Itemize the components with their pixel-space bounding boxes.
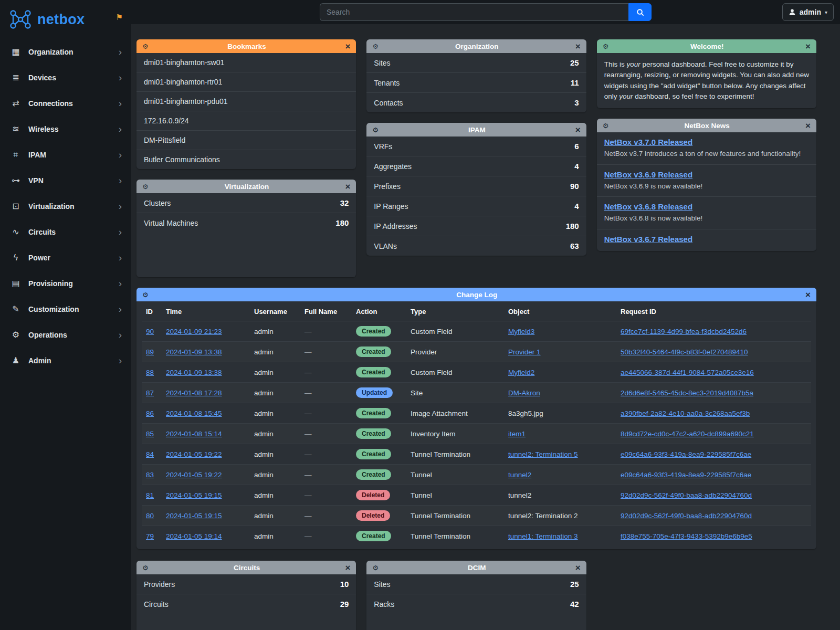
stat-row-vlans[interactable]: VLANs 63 — [366, 236, 586, 256]
changelog-request-id-link[interactable]: a390fbef-2a82-4e10-aa0a-3c268aa5ef3b — [621, 410, 750, 417]
changelog-time-link[interactable]: 2024-01-09 21:23 — [166, 328, 222, 335]
changelog-id-link[interactable]: 90 — [146, 328, 154, 335]
changelog-id-link[interactable]: 86 — [146, 410, 154, 417]
changelog-time-link[interactable]: 2024-01-08 15:14 — [166, 430, 222, 438]
pin-sidebar-icon[interactable]: ⚑ — [116, 13, 123, 22]
news-headline-link[interactable]: NetBox v3.7.0 Released — [604, 138, 692, 146]
widget-close-button[interactable]: × — [803, 290, 813, 299]
sidebar-item-customization[interactable]: ✎ Customization › — [0, 296, 131, 322]
sidebar-item-circuits[interactable]: ∿ Circuits › — [0, 219, 131, 245]
stat-row-virtual-machines[interactable]: Virtual Machines 180 — [136, 213, 356, 233]
changelog-time-link[interactable]: 2024-01-08 17:28 — [166, 389, 222, 397]
changelog-object-link[interactable]: Provider 1 — [508, 348, 541, 356]
changelog-request-id-link[interactable]: 8d9cd72e-cd0c-47c2-a620-dc899a690c21 — [621, 430, 754, 438]
sidebar-item-devices[interactable]: ≣ Devices › — [0, 65, 131, 90]
changelog-id-link[interactable]: 89 — [146, 348, 154, 356]
changelog-request-id-link[interactable]: 92d02d9c-562f-49f0-baa8-adb22904760d — [621, 491, 752, 499]
stat-row-vrfs[interactable]: VRFs 6 — [366, 136, 586, 156]
changelog-request-id-link[interactable]: 50b32f40-5464-4f9c-b83f-0ef270489410 — [621, 348, 748, 356]
widget-close-button[interactable]: × — [343, 42, 352, 51]
widget-close-button[interactable]: × — [803, 121, 813, 130]
changelog-time-link[interactable]: 2024-01-09 13:38 — [166, 348, 222, 356]
changelog-request-id-link[interactable]: e09c64a6-93f3-419a-8ea9-229585f7c6ae — [621, 450, 751, 458]
changelog-request-id-link[interactable]: f038e755-705e-47f3-9433-5392b9e6b9e5 — [621, 532, 752, 540]
stat-row-tenants[interactable]: Tenants 11 — [366, 73, 586, 93]
changelog-object-link[interactable]: tunnel2 — [508, 471, 531, 479]
widget-close-button[interactable]: × — [343, 182, 352, 191]
bookmark-item[interactable]: dmi01-binghamton-sw01 — [136, 53, 356, 72]
stat-row-aggregates[interactable]: Aggregates 4 — [366, 156, 586, 176]
changelog-id-link[interactable]: 81 — [146, 491, 154, 499]
stat-row-sites[interactable]: Sites 25 — [366, 574, 586, 594]
stat-row-contacts[interactable]: Contacts 3 — [366, 93, 586, 112]
widget-config-button[interactable]: ⚙ — [370, 564, 381, 571]
widget-close-button[interactable]: × — [803, 42, 813, 51]
sidebar-item-provisioning[interactable]: ▤ Provisioning › — [0, 270, 131, 296]
stat-row-ip-addresses[interactable]: IP Addresses 180 — [366, 216, 586, 236]
widget-config-button[interactable]: ⚙ — [140, 183, 151, 190]
changelog-time-link[interactable]: 2024-01-05 19:22 — [166, 450, 222, 458]
changelog-object-link[interactable]: tunnel2: Termination 5 — [508, 450, 578, 458]
stat-row-circuits[interactable]: Circuits 29 — [136, 594, 356, 614]
news-headline-link[interactable]: NetBox v3.6.7 Released — [604, 235, 692, 244]
changelog-id-link[interactable]: 88 — [146, 369, 154, 376]
changelog-time-link[interactable]: 2024-01-05 19:22 — [166, 471, 222, 479]
widget-config-button[interactable]: ⚙ — [370, 43, 381, 50]
changelog-object-link[interactable]: Myfield3 — [508, 328, 534, 335]
sidebar-item-organization[interactable]: ▦ Organization › — [0, 39, 131, 65]
changelog-time-link[interactable]: 2024-01-09 13:38 — [166, 369, 222, 376]
news-headline-link[interactable]: NetBox v3.6.8 Released — [604, 202, 692, 211]
changelog-request-id-link[interactable]: ae445066-387d-44f1-9084-572a05ce3e16 — [621, 369, 754, 376]
widget-config-button[interactable]: ⚙ — [370, 127, 381, 133]
changelog-id-link[interactable]: 80 — [146, 512, 154, 520]
search-input[interactable] — [320, 3, 628, 21]
sidebar-item-connections[interactable]: ⇄ Connections › — [0, 90, 131, 116]
sidebar-item-ipam[interactable]: ⌗ IPAM › — [0, 142, 131, 167]
news-headline-link[interactable]: NetBox v3.6.9 Released — [604, 170, 692, 179]
user-menu-button[interactable]: admin ▾ — [782, 3, 834, 21]
changelog-id-link[interactable]: 87 — [146, 389, 154, 397]
widget-config-button[interactable]: ⚙ — [140, 291, 151, 298]
changelog-time-link[interactable]: 2024-01-05 19:15 — [166, 491, 222, 499]
bookmark-item[interactable]: dmi01-binghamton-pdu01 — [136, 92, 356, 111]
widget-config-button[interactable]: ⚙ — [140, 43, 151, 50]
changelog-request-id-link[interactable]: 69fce7cf-1139-4d99-bfea-f3dcbd2452d6 — [621, 328, 747, 335]
search-button[interactable] — [628, 3, 652, 21]
widget-close-button[interactable]: × — [343, 563, 352, 572]
changelog-time-link[interactable]: 2024-01-05 19:15 — [166, 512, 222, 520]
widget-config-button[interactable]: ⚙ — [140, 564, 151, 571]
changelog-request-id-link[interactable]: 92d02d9c-562f-49f0-baa8-adb22904760d — [621, 512, 752, 520]
stat-row-racks[interactable]: Racks 42 — [366, 594, 586, 614]
sidebar-item-power[interactable]: ϟ Power › — [0, 245, 131, 270]
sidebar-item-virtualization[interactable]: ⊡ Virtualization › — [0, 193, 131, 219]
changelog-id-link[interactable]: 84 — [146, 450, 154, 458]
widget-close-button[interactable]: × — [573, 42, 583, 51]
changelog-id-link[interactable]: 79 — [146, 532, 154, 540]
widget-config-button[interactable]: ⚙ — [601, 43, 611, 50]
changelog-id-link[interactable]: 83 — [146, 471, 154, 479]
changelog-request-id-link[interactable]: e09c64a6-93f3-419a-8ea9-229585f7c6ae — [621, 471, 751, 479]
brand-logo[interactable]: netbox ⚑ — [0, 0, 131, 39]
sidebar-item-operations[interactable]: ⚙ Operations › — [0, 322, 131, 348]
changelog-object-link[interactable]: Myfield2 — [508, 369, 534, 376]
changelog-id-link[interactable]: 85 — [146, 430, 154, 438]
sidebar-item-admin[interactable]: ♟ Admin › — [0, 348, 131, 373]
changelog-time-link[interactable]: 2024-01-05 19:14 — [166, 532, 222, 540]
widget-config-button[interactable]: ⚙ — [601, 122, 611, 129]
widget-close-button[interactable]: × — [573, 563, 583, 572]
changelog-time-link[interactable]: 2024-01-08 15:45 — [166, 410, 222, 417]
changelog-object-link[interactable]: tunnel1: Termination 3 — [508, 532, 578, 540]
changelog-object-link[interactable]: item1 — [508, 430, 526, 438]
bookmark-item[interactable]: Butler Communications — [136, 150, 356, 169]
stat-row-sites[interactable]: Sites 25 — [366, 53, 586, 73]
stat-row-ip-ranges[interactable]: IP Ranges 4 — [366, 196, 586, 216]
widget-close-button[interactable]: × — [573, 125, 583, 134]
stat-row-clusters[interactable]: Clusters 32 — [136, 193, 356, 213]
changelog-request-id-link[interactable]: 2d6d6e8f-5465-45dc-8ec3-2019d4087b5a — [621, 389, 753, 397]
bookmark-item[interactable]: 172.16.0.9/24 — [136, 111, 356, 131]
stat-row-prefixes[interactable]: Prefixes 90 — [366, 176, 586, 196]
sidebar-item-vpn[interactable]: ⊶ VPN › — [0, 167, 131, 193]
changelog-object-link[interactable]: DM-Akron — [508, 389, 540, 397]
bookmark-item[interactable]: DM-Pittsfield — [136, 131, 356, 150]
stat-row-providers[interactable]: Providers 10 — [136, 574, 356, 594]
